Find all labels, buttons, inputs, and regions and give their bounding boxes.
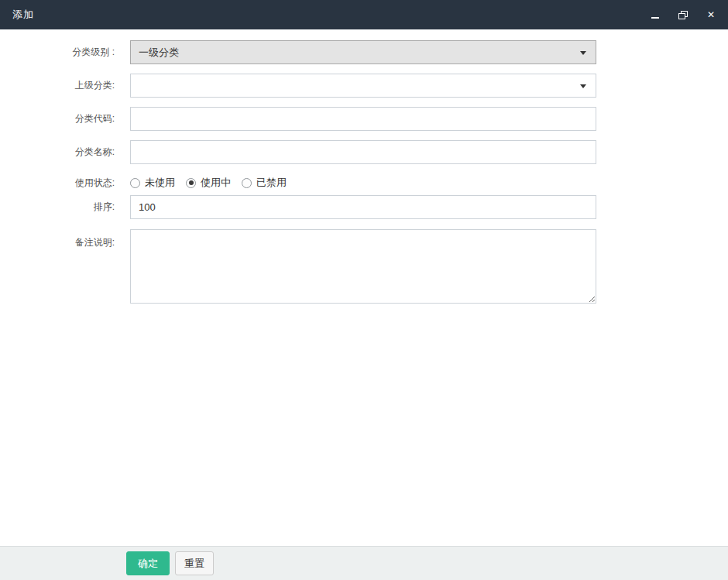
chevron-down-icon <box>580 84 586 88</box>
maximize-restore-icon <box>678 11 688 19</box>
form-row-category-level: 分类级别 : 一级分类 <box>0 40 728 64</box>
radio-unused-label: 未使用 <box>145 176 175 190</box>
category-code-input[interactable] <box>130 107 596 131</box>
sort-order-label: 排序: <box>0 201 115 214</box>
dialog-footer: 确定 重置 <box>0 546 728 580</box>
category-level-label: 分类级别 : <box>0 46 115 59</box>
category-level-value: 一级分类 <box>139 46 179 60</box>
chevron-down-icon <box>580 51 586 55</box>
window-title: 添加 <box>12 8 34 22</box>
parent-category-select[interactable] <box>130 74 596 98</box>
add-form: 分类级别 : 一级分类 上级分类: 分类代码: 分类名称: 使用状态: <box>0 29 728 304</box>
form-row-parent-category: 上级分类: <box>0 74 728 98</box>
maximize-button[interactable] <box>677 9 689 21</box>
parent-category-label: 上级分类: <box>0 79 115 92</box>
form-row-sort-order: 排序: <box>0 195 728 219</box>
radio-in-use-label: 使用中 <box>201 176 231 190</box>
radio-in-use[interactable]: 使用中 <box>186 176 231 190</box>
category-name-input[interactable] <box>130 140 596 164</box>
minimize-icon <box>651 17 659 19</box>
radio-icon <box>242 178 252 188</box>
titlebar: 添加 ✕ <box>0 0 728 29</box>
reset-button[interactable]: 重置 <box>175 551 214 575</box>
confirm-button[interactable]: 确定 <box>126 551 170 575</box>
close-button[interactable]: ✕ <box>705 9 717 21</box>
remarks-textarea[interactable] <box>130 229 596 304</box>
minimize-button[interactable] <box>649 9 661 21</box>
usage-status-label: 使用状态: <box>0 177 115 190</box>
form-row-category-name: 分类名称: <box>0 140 728 164</box>
window-controls: ✕ <box>649 9 717 21</box>
sort-order-input[interactable] <box>130 195 596 219</box>
usage-status-radio-group: 未使用 使用中 已禁用 <box>130 176 287 190</box>
form-row-category-code: 分类代码: <box>0 107 728 131</box>
add-dialog-window: 添加 ✕ 分类级别 : 一级分类 上级分类: <box>0 0 728 304</box>
radio-icon <box>130 178 140 188</box>
remarks-label: 备注说明: <box>0 229 115 249</box>
category-code-label: 分类代码: <box>0 112 115 125</box>
form-row-usage-status: 使用状态: 未使用 使用中 已禁用 <box>0 173 728 192</box>
radio-selected-icon <box>186 178 196 188</box>
form-row-remarks: 备注说明: <box>0 229 728 304</box>
category-level-select[interactable]: 一级分类 <box>130 40 596 64</box>
category-name-label: 分类名称: <box>0 146 115 159</box>
radio-disabled-label: 已禁用 <box>256 176 287 190</box>
radio-unused[interactable]: 未使用 <box>130 176 175 190</box>
radio-disabled[interactable]: 已禁用 <box>242 176 287 190</box>
